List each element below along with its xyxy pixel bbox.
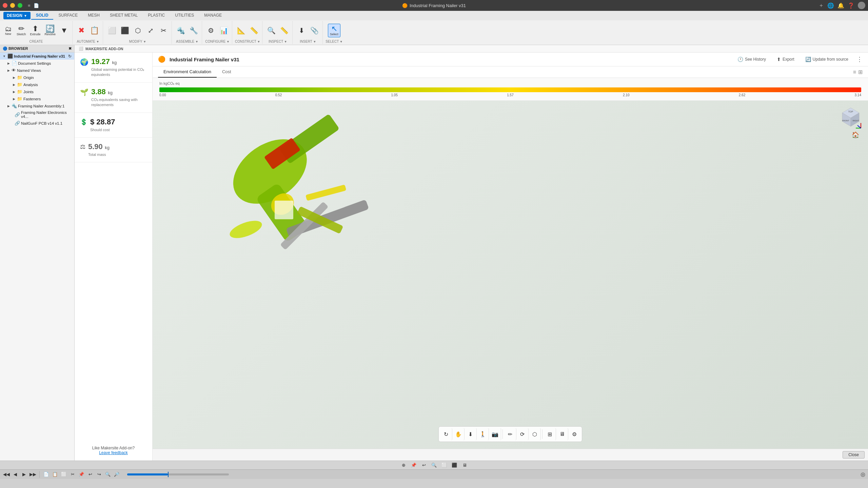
browser-item-analysis[interactable]: ▶ 📁 Analysis xyxy=(0,81,74,88)
automate2-btn[interactable]: 📋 xyxy=(88,26,101,35)
browser-item-origin[interactable]: ▶ 📁 Origin xyxy=(0,74,74,81)
extrude-btn[interactable]: ⬆ Extrude xyxy=(28,24,42,37)
color-gradient xyxy=(159,87,861,92)
inspect1-btn[interactable]: 🔍 xyxy=(265,26,277,35)
tab-solid[interactable]: SOLID xyxy=(31,12,53,20)
corner-icon[interactable]: ◎ xyxy=(861,471,865,477)
bt2-icon7[interactable]: ⬜ xyxy=(60,471,67,478)
orbit-btn[interactable]: ↻ xyxy=(440,428,452,440)
configure2-btn[interactable]: 📊 xyxy=(218,26,230,35)
press-pull-btn[interactable]: ⬜ xyxy=(106,26,118,35)
bt2-icon4[interactable]: ▶▶ xyxy=(29,471,37,478)
pan-btn[interactable]: ✋ xyxy=(452,428,465,440)
bt2-icon12[interactable]: 🔍 xyxy=(104,471,112,478)
bt2-icon2[interactable]: ◀ xyxy=(12,471,19,478)
assemble2-btn[interactable]: 🔧 xyxy=(188,26,200,35)
win-max-btn[interactable] xyxy=(18,3,22,8)
viewport-3d[interactable]: TOP RIGHT FRONT 🏠 ↻ xyxy=(153,101,868,449)
browser-item-assembly[interactable]: ▶ 🔩 Framing Nailer Assembly:1 xyxy=(0,102,74,109)
construct2-btn[interactable]: 📏 xyxy=(248,26,260,35)
box-btn[interactable]: ⬡ xyxy=(529,428,541,440)
camera-btn[interactable]: 📷 xyxy=(489,428,501,440)
configure1-btn[interactable]: ⚙ xyxy=(205,26,217,35)
settings-btn[interactable]: ⚙ xyxy=(568,428,580,440)
home-btn[interactable]: 🏠 xyxy=(852,131,859,139)
shell-btn[interactable]: ⬡ xyxy=(132,26,144,35)
tab-plastic[interactable]: PLASTIC xyxy=(143,12,170,20)
update-from-source-btn[interactable]: 🔄 Update from source xyxy=(803,55,851,63)
inspect2-btn[interactable]: 📏 xyxy=(278,26,290,35)
tab-env-calc[interactable]: Environment Calculation xyxy=(158,66,217,78)
display-btn[interactable]: 🖥 xyxy=(556,428,568,440)
list-view-icon[interactable]: ≡ xyxy=(853,69,856,75)
globe-icon[interactable]: 🌐 xyxy=(827,2,834,9)
browser-item-fasteners[interactable]: ▶ 📁 Fasteners xyxy=(0,95,74,102)
insert1-btn[interactable]: ⬇ xyxy=(295,26,308,35)
bt1-icon4[interactable]: 🔍 xyxy=(430,462,438,469)
rotate-btn[interactable]: ⟳ xyxy=(516,428,529,440)
multiview-btn[interactable]: ⊞ xyxy=(544,428,556,440)
close-btn[interactable]: Close xyxy=(843,451,865,459)
scale-btn[interactable]: ⤢ xyxy=(144,26,157,35)
notification-icon[interactable]: 🔔 xyxy=(837,2,844,9)
bt2-icon8[interactable]: ✂ xyxy=(69,471,76,478)
win-min-btn[interactable] xyxy=(10,3,15,8)
app-menu-icon[interactable]: ≡ xyxy=(28,3,31,8)
bt1-icon5[interactable]: ⬜ xyxy=(440,462,448,469)
cube-gizmo[interactable]: TOP RIGHT FRONT xyxy=(839,106,863,130)
bt2-icon11[interactable]: ↪ xyxy=(95,471,103,478)
refresh-icon[interactable]: ↻ xyxy=(68,54,72,59)
tab-mesh[interactable]: MESH xyxy=(83,12,104,20)
assemble1-btn[interactable]: 🔩 xyxy=(175,26,187,35)
more-btn[interactable]: ▼ xyxy=(58,26,70,35)
more-options-btn[interactable]: ⋮ xyxy=(856,56,863,63)
bt1-icon1[interactable]: ⊕ xyxy=(400,462,407,469)
tab-surface[interactable]: SURFACE xyxy=(54,12,83,20)
grid-view-icon[interactable]: ⊞ xyxy=(858,69,863,75)
export-btn[interactable]: ⬆ Export xyxy=(774,55,797,63)
browser-item-named-views[interactable]: ▶ 👁 Named Views xyxy=(0,67,74,74)
split-btn[interactable]: ✂ xyxy=(157,26,170,35)
tab-sheet-metal[interactable]: SHEET METAL xyxy=(105,12,142,20)
walk-btn[interactable]: 🚶 xyxy=(477,428,489,440)
leave-feedback-link[interactable]: Leave feedback xyxy=(80,450,147,455)
browser-item-doc-settings[interactable]: ▶ 📄 Document Settings xyxy=(0,60,74,67)
bt2-icon5[interactable]: 📄 xyxy=(42,471,50,478)
add-tab-icon[interactable]: ＋ xyxy=(818,2,824,9)
fillet-btn[interactable]: ⬛ xyxy=(119,26,131,35)
bt2-icon9[interactable]: 📌 xyxy=(78,471,85,478)
construct1-btn[interactable]: 📐 xyxy=(235,26,247,35)
bt2-icon1[interactable]: ◀◀ xyxy=(3,471,10,478)
new-component-btn[interactable]: 🗂 New xyxy=(2,24,14,37)
design-dropdown[interactable]: DESIGN ▼ xyxy=(3,12,31,19)
user-avatar[interactable] xyxy=(858,2,865,9)
revolve-btn[interactable]: 🔄 Revolve xyxy=(43,24,58,37)
win-close-btn[interactable] xyxy=(3,3,7,8)
see-history-btn[interactable]: 🕐 See History xyxy=(735,55,769,63)
bt2-icon6[interactable]: 📋 xyxy=(51,471,59,478)
browser-close-btn[interactable]: ✖ xyxy=(68,46,72,51)
tab-utilities[interactable]: UTILITIES xyxy=(170,12,199,20)
select-btn[interactable]: ↖ Select xyxy=(328,24,340,37)
edit-btn[interactable]: ✏ xyxy=(504,428,516,440)
question-icon[interactable]: ❓ xyxy=(848,2,854,9)
automate-btn[interactable]: ✖ xyxy=(75,26,87,35)
zoom-btn[interactable]: ⬇ xyxy=(465,428,477,440)
bt2-icon3[interactable]: ▶ xyxy=(20,471,28,478)
bt1-icon6[interactable]: ⬛ xyxy=(451,462,458,469)
bt2-icon10[interactable]: ↩ xyxy=(86,471,94,478)
insert2-btn[interactable]: 📎 xyxy=(308,26,320,35)
timeline-bar[interactable] xyxy=(127,473,229,475)
create-sketch-btn[interactable]: ✏ Sketch xyxy=(15,24,28,37)
bt2-icon13[interactable]: 🔎 xyxy=(113,471,120,478)
bt1-icon2[interactable]: 📌 xyxy=(410,462,417,469)
tab-cost[interactable]: Cost xyxy=(217,66,237,78)
browser-item-joints[interactable]: ▶ 📁 Joints xyxy=(0,88,74,95)
bt1-icon7[interactable]: 🖥 xyxy=(461,462,468,469)
browser-item-root[interactable]: ▼ ⬛ Industrial Framing Nailer v31 ↻ xyxy=(0,53,74,60)
tab-manage[interactable]: MANAGE xyxy=(199,12,226,20)
browser-item-pcb[interactable]: 🔗 NailGunF PCB v14 v1.1 xyxy=(0,120,74,127)
browser-item-electronics[interactable]: 🔗 Framing Nailer Electronics v4... xyxy=(0,109,74,120)
file-icon[interactable]: 📄 xyxy=(34,3,39,8)
bt1-icon3[interactable]: ↩ xyxy=(420,462,428,469)
